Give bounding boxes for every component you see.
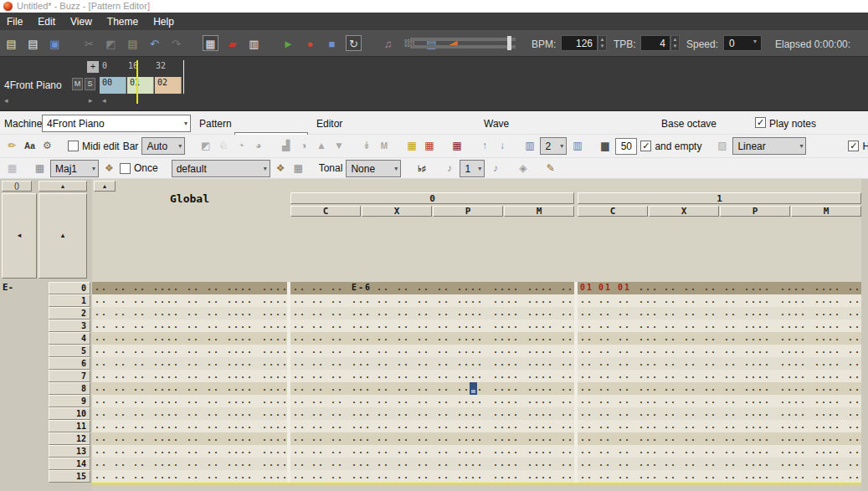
cell[interactable]: .. [434, 458, 455, 470]
paste-icon[interactable]: ▤ [125, 35, 141, 51]
cell[interactable]: .. [92, 307, 111, 320]
cell[interactable]: .. [204, 282, 224, 294]
cell[interactable]: .. [681, 445, 701, 458]
cell[interactable]: .. [661, 420, 681, 432]
cell[interactable]: .. [374, 345, 394, 357]
cell[interactable]: .... [259, 458, 287, 470]
cell[interactable]: .... [224, 382, 259, 395]
cell[interactable]: .. [722, 407, 742, 420]
cell[interactable]: .. [596, 332, 615, 345]
cell[interactable]: .... [259, 345, 287, 357]
cell[interactable]: .. [596, 395, 615, 407]
cell[interactable]: .. [596, 470, 615, 483]
cell[interactable]: .. [290, 470, 309, 483]
cell[interactable]: .. [661, 357, 681, 370]
cell[interactable]: .... [490, 420, 525, 432]
cell[interactable]: .. [309, 420, 328, 432]
save-icon[interactable]: ▣ [47, 35, 63, 51]
cell[interactable]: .. [394, 445, 414, 458]
mute-button[interactable]: M [72, 78, 83, 90]
cell[interactable]: .. [131, 307, 151, 320]
cell[interactable]: .... [742, 395, 778, 407]
cell[interactable]: .. [845, 382, 861, 395]
open-file-icon[interactable]: ▤ [25, 35, 41, 51]
row-number[interactable]: 5 [49, 345, 90, 357]
cell[interactable]: 01 [596, 282, 615, 294]
cell[interactable]: .... [224, 432, 259, 445]
cell[interactable]: .. [722, 420, 742, 432]
cell[interactable]: .... [525, 420, 558, 432]
cell[interactable]: .. [92, 332, 111, 345]
cell[interactable]: .... [525, 458, 558, 470]
cell[interactable]: .... [742, 420, 778, 432]
pattern-grid-a-icon[interactable]: ▦ [5, 161, 19, 176]
speed-select[interactable]: 0▾ [723, 35, 762, 51]
cell[interactable]: ... [349, 458, 374, 470]
cell[interactable]: .... [778, 320, 812, 332]
cell[interactable]: .... [812, 432, 845, 445]
cell[interactable]: .. [184, 382, 204, 395]
cell[interactable]: .. [328, 395, 349, 407]
cell[interactable]: .. [290, 307, 309, 320]
subcolumn-button-x[interactable]: X [649, 206, 719, 217]
cell[interactable]: .. [414, 395, 434, 407]
cell[interactable]: .. [722, 470, 742, 483]
cell[interactable]: .. [701, 332, 722, 345]
cell[interactable]: ... [636, 294, 661, 307]
subcolumn-button-m[interactable]: M [504, 206, 574, 217]
cell[interactable]: ... [349, 395, 374, 407]
cell[interactable]: ... [636, 382, 661, 395]
cell[interactable]: .. [328, 370, 349, 382]
cell[interactable]: .. [92, 345, 111, 357]
cell[interactable]: .. [204, 420, 224, 432]
cell[interactable]: .... [151, 332, 184, 345]
cell[interactable]: .. [328, 432, 349, 445]
cell[interactable]: .. [596, 370, 615, 382]
cell[interactable]: .... [259, 320, 287, 332]
cell[interactable]: .... [778, 382, 812, 395]
velocity-chart-icon[interactable]: ▆ [598, 139, 612, 153]
pony-icon[interactable]: ♘ [216, 139, 230, 153]
cell[interactable]: .. [701, 407, 722, 420]
cell[interactable]: .... [151, 294, 184, 307]
cell[interactable]: .... [151, 357, 184, 370]
cell[interactable]: .... [151, 420, 184, 432]
cell[interactable]: .. [131, 282, 151, 294]
cell[interactable]: .. [184, 420, 204, 432]
cell[interactable]: .... [778, 307, 812, 320]
cell[interactable]: .. [204, 294, 224, 307]
cell[interactable]: ... [349, 294, 374, 307]
scroll-left-button[interactable]: ◂ [2, 193, 37, 279]
cell[interactable]: .... [151, 370, 184, 382]
cell[interactable]: ... [349, 370, 374, 382]
row-number[interactable]: 7 [49, 370, 90, 382]
pattern-block-02[interactable]: 02 [155, 77, 182, 94]
cell[interactable]: .. [615, 395, 636, 407]
cell[interactable]: .. [92, 382, 111, 395]
cell[interactable]: .... [742, 320, 778, 332]
cell[interactable]: .... [525, 445, 558, 458]
cell[interactable]: .. [111, 395, 131, 407]
cut-rows-icon[interactable]: ▦ [449, 139, 464, 153]
cell[interactable]: .. [374, 307, 394, 320]
cell[interactable]: .. [845, 357, 861, 370]
midi-edit-checkbox[interactable] [68, 141, 79, 151]
cell[interactable]: .. [578, 470, 596, 483]
cell[interactable]: .. [290, 345, 309, 357]
cell[interactable]: .. [681, 382, 701, 395]
cell[interactable]: .. [374, 332, 394, 345]
cell[interactable]: .... [455, 370, 490, 382]
machines-view-icon[interactable]: ▦ [203, 35, 218, 51]
menu-item-help[interactable]: Help [153, 16, 174, 28]
paint-bucket-add-icon[interactable]: ◕ [251, 139, 265, 153]
cell[interactable]: .. [681, 395, 701, 407]
cell[interactable]: .. [92, 370, 111, 382]
cell[interactable]: .... [525, 345, 558, 357]
cell[interactable]: .. [204, 432, 224, 445]
cell[interactable]: .. [722, 307, 742, 320]
cell[interactable]: .... [812, 282, 845, 294]
cell[interactable]: .. [204, 395, 224, 407]
cell[interactable]: ... [636, 307, 661, 320]
cell[interactable]: .. [204, 307, 224, 320]
cell[interactable]: .... [151, 458, 184, 470]
